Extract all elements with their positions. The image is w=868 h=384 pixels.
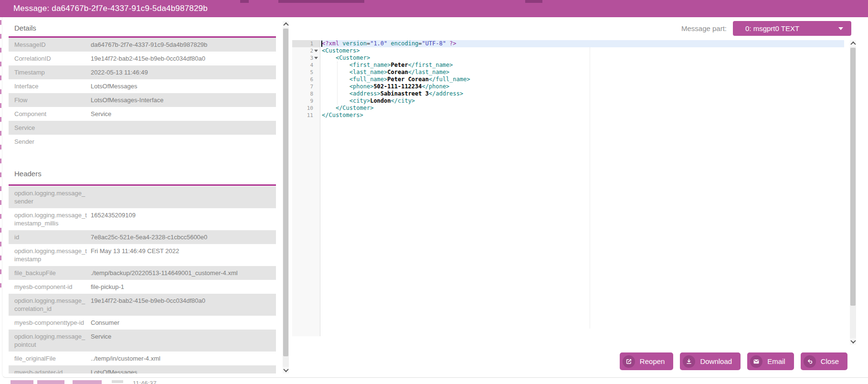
scroll-down-icon[interactable] [283,367,289,373]
code-line[interactable]: <full_name>Peter Corean</full_name> [322,76,470,83]
table-row: opdion.logging.message_correlation_id19e… [9,294,276,316]
line-number: 1 [310,41,313,47]
fold-caret-icon[interactable] [313,54,319,62]
table-row: opdion.logging.message_sender [9,186,276,208]
scroll-up-icon[interactable] [850,40,856,47]
line-number: 10 [307,105,313,111]
table-row: InterfaceLotsOfMessages [9,79,276,93]
background-page-fragment [278,0,364,3]
table-row: MessageIDda64767b-2f7e-4337-91c9-5da4b98… [9,38,276,52]
download-button[interactable]: Download [680,352,741,370]
code-line[interactable]: </Customers> [322,112,470,119]
close-button[interactable]: Close [801,352,847,370]
line-number: 6 [310,76,313,83]
fold-caret-slot [313,69,319,76]
code-line[interactable]: <Customer> [322,54,470,62]
message-part-dropdown[interactable]: 0: msgprt0 TEXT [733,21,851,36]
row-value: 2022-05-13 11:46:49 [91,68,276,76]
table-row: FlowLotsOfMessages-Interface [9,93,276,107]
table-row: myesb-componenttype-idConsumer [9,316,276,330]
button-label: Email [767,357,785,365]
headers-section-title: Headers [14,170,42,178]
row-key: id [9,233,91,241]
code-token: </address> [429,90,463,97]
row-key: opdion.logging.message_correlation_id [9,297,91,313]
code-token [322,76,349,83]
code-line[interactable]: </Customer> [322,105,470,112]
code-token [322,54,336,61]
code-line[interactable]: <?xml version="1.0" encoding="UTF-8" ?> [322,40,470,47]
row-key: CorrelationID [9,54,91,63]
code-token: "UTF-8" [422,40,446,47]
code-line[interactable]: <last_name>Corean</last_name> [322,69,470,76]
scrollbar-thumb[interactable] [283,29,288,356]
code-token: Peter [391,62,408,68]
line-number: 9 [310,98,313,104]
row-value: da64767b-2f7e-4337-91c9-5da4b987829b [91,41,276,49]
editor-scrollbar[interactable] [850,40,856,345]
row-value: 7e8ac25c-521e-5ea4-2328-c1cbcc5600e0 [91,233,276,241]
table-row: myesb-adapter-idLotsOfMessages [9,365,276,373]
download-icon [683,355,695,368]
button-label: Close [821,357,839,365]
line-number: 2 [310,48,313,54]
code-editor[interactable]: <?xml version="1.0" encoding="UTF-8" ?><… [322,40,470,119]
fold-caret-icon[interactable] [313,47,319,54]
code-line[interactable]: <address>Sabinastreet 3</address> [322,90,470,97]
line-number: 4 [310,62,313,68]
scroll-down-icon[interactable] [850,338,856,345]
code-token: Corean [387,69,408,75]
code-token [322,83,349,90]
fold-caret-slot [313,105,319,112]
code-token: <city> [349,97,370,104]
row-key: opdion.logging.message_pointcut [9,332,91,349]
background-page-fragment: 11:46:37 [133,380,171,384]
code-line[interactable]: <first_name>Peter</first_name> [322,62,470,69]
code-token: <full_name> [349,76,387,83]
row-key: opdion.logging.message_sender [9,189,91,205]
code-line[interactable]: <Customers> [322,47,470,54]
background-page-fragment [11,380,33,384]
code-token: </Customer> [336,105,373,111]
fold-caret-slot [313,97,319,105]
row-value: 19e14f72-bab2-415e-b9eb-0cc034df80a0 [91,297,276,313]
code-token: = [418,40,422,47]
table-row: file_backupFile./temp/backup/20220513-11… [9,266,276,280]
code-line[interactable]: <city>London</city> [322,97,470,105]
section-underline [9,184,276,186]
gutter-row: 1 [292,40,320,47]
fold-caret-slot [313,90,319,97]
row-key: Sender [9,138,91,146]
background-page-fragment [37,380,64,384]
reopen-button[interactable]: Reopen [620,352,674,370]
code-token: 502-111-112234 [373,83,422,90]
gutter-row: 9 [292,97,320,105]
editor-gutter: 1234567891011 [292,40,320,336]
underlay-timestamp: 11:46:37 [133,380,171,384]
line-number: 11 [307,112,313,118]
email-button[interactable]: Email [747,352,794,370]
code-token: </city> [391,97,415,104]
code-token: version [342,40,367,47]
code-line[interactable]: <phone>502-111-112234</phone> [322,83,470,90]
app-title-bar: Message: da64767b-2f7e-4337-91c9-5da4b98… [0,0,868,17]
text-cursor [321,41,322,47]
code-token: </last_name> [408,69,450,75]
row-value: Service [91,332,276,349]
code-token: </first_name> [408,62,453,68]
code-token: <Customer> [336,54,370,61]
code-token: <Customers> [322,47,360,54]
row-key: file_originalFile [9,354,91,363]
gutter-row: 8 [292,90,320,97]
scroll-up-icon[interactable] [283,21,289,28]
code-token: Peter Corean [387,76,429,83]
gutter-row: 10 [292,105,320,112]
row-value: file-pickup-1 [91,283,276,291]
background-page-fragment [240,0,249,3]
gutter-row: 7 [292,83,320,90]
table-row: Service [9,121,276,135]
fold-caret-slot [313,40,319,47]
table-row: myesb-component-idfile-pickup-1 [9,280,276,294]
details-panel-scrollbar[interactable] [283,21,289,373]
scrollbar-thumb[interactable] [850,48,856,306]
